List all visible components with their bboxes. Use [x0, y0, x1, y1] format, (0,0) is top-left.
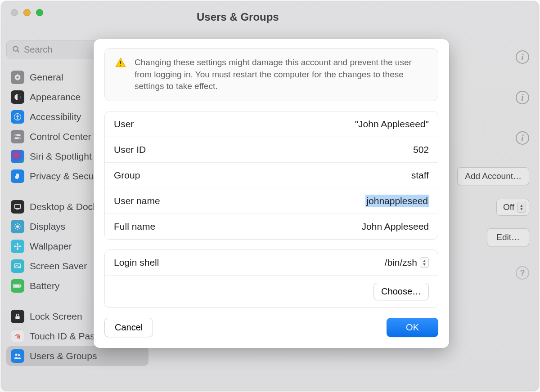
- sidebar-item-label: Siri & Spotlight: [30, 151, 92, 162]
- row-user-id: User ID 502: [105, 137, 438, 163]
- warning-banner: Changing these settings might damage thi…: [104, 48, 438, 101]
- user-name-field[interactable]: johnappleseed: [365, 196, 429, 206]
- group-field[interactable]: staff: [411, 170, 429, 181]
- row-user-name: User name johnappleseed: [105, 188, 438, 214]
- sidebar-item-label: Users & Groups: [30, 351, 97, 361]
- lock-icon: [11, 310, 24, 323]
- svg-point-25: [14, 245, 17, 247]
- info-button-3[interactable]: i: [516, 131, 529, 145]
- svg-point-24: [17, 247, 18, 250]
- choose-home-button[interactable]: Choose…: [374, 283, 429, 300]
- svg-point-9: [15, 134, 17, 136]
- cancel-button[interactable]: Cancel: [104, 318, 153, 337]
- svg-line-18: [15, 224, 16, 225]
- svg-point-26: [18, 245, 21, 247]
- edit-button[interactable]: Edit…: [487, 228, 529, 246]
- svg-point-13: [16, 225, 19, 228]
- chevron-updown-icon: ▲▼: [420, 257, 429, 268]
- flower-icon: [11, 240, 24, 253]
- window-title: Users & Groups: [197, 11, 279, 23]
- svg-rect-29: [14, 285, 19, 287]
- sun-icon: [11, 220, 24, 233]
- login-shell-value: /bin/zsh: [385, 257, 417, 268]
- row-label: Group: [114, 170, 140, 181]
- svg-rect-11: [14, 205, 21, 209]
- battery-icon: [11, 279, 24, 293]
- svg-rect-12: [16, 209, 19, 210]
- svg-rect-30: [21, 285, 22, 286]
- row-choose: Choose…: [105, 276, 438, 307]
- svg-point-22: [17, 245, 18, 247]
- row-full-name: Full name John Appleseed: [105, 214, 438, 239]
- svg-point-33: [18, 354, 20, 356]
- search-placeholder: Search: [24, 45, 52, 55]
- svg-point-23: [17, 243, 18, 245]
- switches-icon: [11, 130, 24, 143]
- row-login-shell: Login shell /bin/zsh ▲▼: [105, 250, 438, 276]
- svg-point-10: [18, 138, 20, 139]
- sidebar-item-label: Wallpaper: [30, 241, 72, 252]
- row-value: "John Appleseed": [355, 119, 429, 129]
- warning-icon: [115, 57, 126, 93]
- sidebar-item-label: Desktop & Dock: [30, 201, 98, 212]
- info-button-1[interactable]: i: [516, 50, 529, 64]
- info-button-2[interactable]: i: [516, 91, 529, 104]
- sidebar-item-label: Screen Saver: [30, 261, 87, 272]
- sidebar-item-label: Displays: [30, 221, 65, 232]
- add-account-button[interactable]: Add Account…: [457, 167, 529, 185]
- row-group: Group staff: [105, 163, 438, 188]
- help-button[interactable]: ?: [516, 266, 529, 280]
- siri-icon: [11, 150, 24, 163]
- row-user: User "John Appleseed": [105, 111, 438, 137]
- window-controls: [1, 1, 43, 16]
- sidebar-item-label: Lock Screen: [30, 311, 82, 322]
- full-name-field[interactable]: John Appleseed: [362, 221, 429, 232]
- svg-point-0: [13, 46, 18, 51]
- sidebar-item-label: Accessibility: [30, 111, 81, 122]
- person-icon: [11, 110, 24, 124]
- login-shell-popup[interactable]: /bin/zsh ▲▼: [385, 257, 429, 268]
- svg-point-6: [17, 115, 18, 116]
- zoom-window-button[interactable]: [36, 9, 43, 16]
- advanced-user-sheet: Changing these settings might damage thi…: [94, 39, 449, 348]
- titlebar: Users & Groups: [1, 1, 539, 37]
- ok-button[interactable]: OK: [387, 318, 438, 337]
- user-details-section: User "John Appleseed" User ID 502 Group …: [104, 111, 438, 240]
- svg-rect-35: [120, 65, 121, 66]
- svg-line-20: [19, 224, 20, 225]
- row-label: User ID: [114, 144, 146, 155]
- sidebar-item-label: Appearance: [30, 92, 81, 102]
- row-label: Login shell: [114, 257, 159, 268]
- svg-line-1: [17, 50, 19, 52]
- gear-icon: [11, 71, 24, 84]
- row-label: User: [114, 119, 134, 129]
- user-id-field[interactable]: 502: [413, 144, 429, 155]
- sidebar-item-label: General: [30, 72, 63, 83]
- sheet-footer: Cancel OK: [104, 318, 438, 337]
- chevron-updown-icon: ▲▼: [517, 202, 526, 213]
- people-icon: [11, 349, 24, 363]
- fingerprint-icon: [11, 330, 24, 343]
- svg-line-21: [15, 228, 16, 229]
- svg-line-19: [19, 228, 20, 229]
- sidebar-item-users-groups[interactable]: Users & Groups: [6, 346, 148, 366]
- warning-text: Changing these settings might damage thi…: [135, 57, 428, 93]
- svg-rect-31: [15, 316, 19, 319]
- contrast-icon: [11, 90, 24, 104]
- screensaver-icon: [11, 259, 24, 273]
- sidebar-item-label: Battery: [30, 281, 60, 291]
- settings-window: Users & Groups Search General Appearance…: [1, 1, 539, 391]
- hand-icon: [11, 169, 24, 183]
- dock-icon: [11, 200, 24, 214]
- login-shell-section: Login shell /bin/zsh ▲▼ Choose…: [104, 249, 438, 308]
- svg-rect-34: [120, 61, 121, 64]
- auto-login-toggle[interactable]: Off ▲▼: [496, 199, 529, 216]
- close-window-button[interactable]: [11, 9, 18, 16]
- svg-point-3: [16, 76, 18, 78]
- row-label: Full name: [114, 221, 155, 232]
- row-label: User name: [114, 196, 160, 206]
- minimize-window-button[interactable]: [23, 9, 31, 16]
- sidebar-item-label: Control Center: [30, 131, 91, 142]
- svg-point-32: [15, 353, 17, 356]
- auto-login-value: Off: [503, 202, 514, 212]
